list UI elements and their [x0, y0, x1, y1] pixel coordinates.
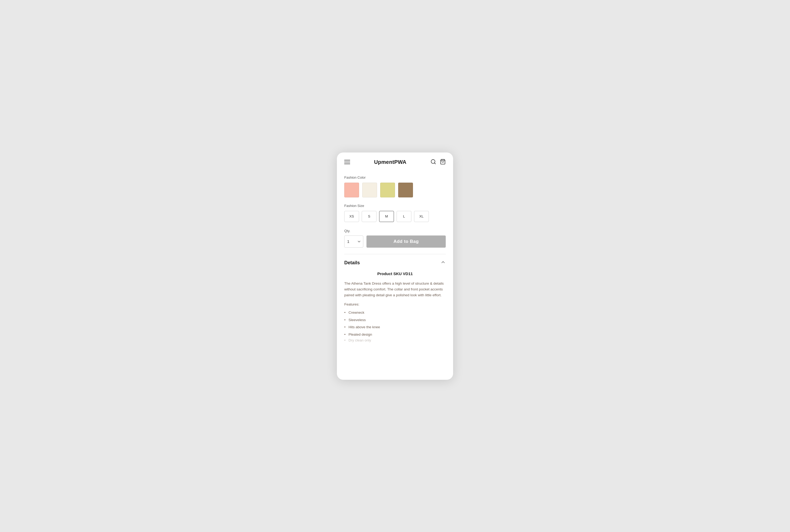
qty-label: Qty. — [344, 229, 446, 233]
hamburger-line — [344, 162, 350, 162]
product-description: The Athena Tank Dress offers a high leve… — [344, 281, 446, 298]
feature-item-crewneck: Crewneck — [344, 309, 446, 316]
size-btn-l[interactable]: L — [397, 211, 411, 222]
qty-select[interactable]: 1 2 3 4 5 — [344, 235, 363, 248]
search-icon[interactable] — [430, 159, 436, 166]
size-btn-xs[interactable]: XS — [344, 211, 359, 222]
hamburger-line — [344, 160, 350, 160]
qty-add-row: 1 2 3 4 5 Add to Bag — [344, 235, 446, 248]
nav-icons — [430, 159, 446, 166]
add-to-bag-button[interactable]: Add to Bag — [366, 235, 446, 248]
color-swatches — [344, 183, 446, 197]
hamburger-line — [344, 164, 350, 164]
color-section-label: Fashion Color — [344, 175, 446, 179]
features-list: Crewneck Sleeveless Hits above the knee … — [344, 309, 446, 338]
feature-item-hits-above-knee: Hits above the knee — [344, 323, 446, 331]
color-swatch-cream[interactable] — [362, 183, 377, 197]
color-swatch-light-yellow[interactable] — [380, 183, 395, 197]
size-section-label: Fashion Size — [344, 204, 446, 208]
color-swatch-tan-brown[interactable] — [398, 183, 413, 197]
color-swatch-blush-pink[interactable] — [344, 183, 359, 197]
size-btn-xl[interactable]: XL — [414, 211, 429, 222]
feature-item-dry-clean: Dry clean only — [344, 338, 446, 342]
size-btn-m[interactable]: M — [379, 211, 394, 222]
svg-line-1 — [435, 163, 436, 164]
features-label: Features: — [344, 302, 446, 306]
chevron-up-icon[interactable] — [440, 260, 446, 266]
details-header: Details — [344, 260, 446, 266]
size-btn-s[interactable]: S — [362, 211, 377, 222]
cart-icon[interactable] — [440, 159, 446, 166]
app-title: UpmentPWA — [374, 159, 407, 165]
details-title: Details — [344, 260, 360, 266]
hamburger-menu-button[interactable] — [344, 160, 350, 164]
navbar: UpmentPWA — [337, 152, 453, 170]
feature-item-sleeveless: Sleeveless — [344, 316, 446, 324]
phone-frame: UpmentPWA Fashion Color — [337, 152, 453, 380]
main-content: Fashion Color Fashion Size XS S M L XL Q… — [337, 170, 453, 350]
product-sku: Product SKU VD11 — [344, 271, 446, 276]
size-buttons: XS S M L XL — [344, 211, 446, 222]
feature-item-pleated-design: Pleated design — [344, 331, 446, 338]
